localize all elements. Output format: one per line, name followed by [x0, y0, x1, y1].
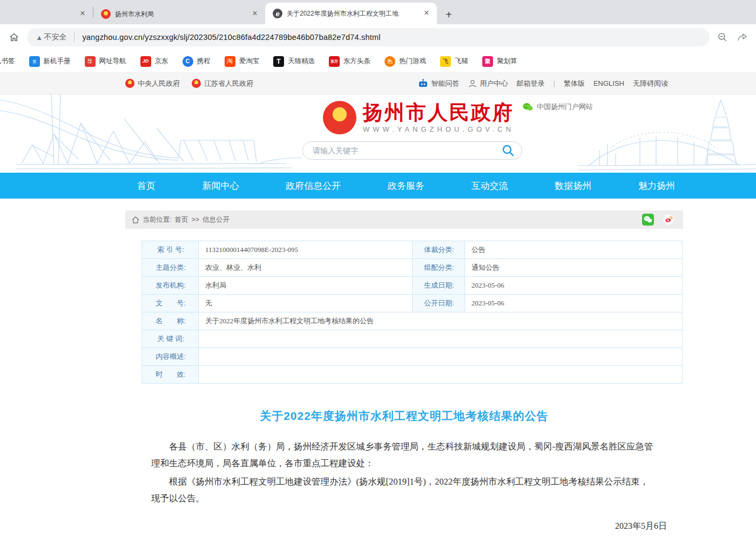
nav-item-services[interactable]: 政务服务	[388, 180, 424, 192]
bridge-artwork-right	[578, 94, 756, 173]
portal-link[interactable]: 中国扬州门户网站	[523, 102, 593, 112]
user-icon	[468, 79, 477, 88]
bookmark-item[interactable]: C 携程	[183, 56, 211, 67]
meta-value: 水利局	[199, 277, 413, 295]
link-english[interactable]: ENGLISH	[593, 79, 624, 87]
nav-item-news[interactable]: 新闻中心	[202, 180, 239, 192]
weibo-share-icon[interactable]	[663, 214, 674, 226]
bookmark-item[interactable]: 热 热门游戏	[384, 56, 426, 67]
gov-link-label: 繁体版	[564, 79, 585, 88]
breadcrumb-current-link[interactable]: 信息公开	[202, 215, 230, 224]
share-icon	[737, 32, 747, 43]
bookmark-label: 网址导航	[99, 57, 126, 66]
robot-icon	[418, 79, 428, 88]
meta-label: 文 号:	[142, 295, 199, 312]
close-icon[interactable]: ×	[250, 9, 260, 19]
bookmark-item[interactable]: 导 网址导航	[85, 56, 126, 67]
gov-link-label: 中央人民政府	[138, 79, 180, 88]
bookmarks-bar: 机书签 ≡ 新机手册 导 网址导航 JD 京东 C 携程 淘 爱淘宝 T 天猫精…	[0, 50, 756, 73]
breadcrumb-separator: >>	[191, 216, 199, 223]
meta-value: 无	[199, 295, 413, 312]
nav-item-home[interactable]: 首页	[137, 180, 156, 192]
bookmark-item[interactable]: T 天猫精选	[273, 56, 315, 67]
search-icon[interactable]	[501, 144, 515, 158]
site-logo[interactable]: ★ 扬州市人民政府 WWW.YANGZHOU.GOV.CN	[323, 101, 514, 134]
bookmark-label: 携程	[197, 57, 211, 66]
main-content: 当前位置: 首页 >> 信息公开 索 引 号: 1132100001440709…	[125, 210, 683, 538]
gov-link-label: 用户中心	[480, 79, 508, 88]
home-button[interactable]	[8, 31, 21, 44]
tab-shuiliju[interactable]: ★ 扬州市水利局 ×	[93, 4, 265, 24]
new-tab-button[interactable]: +	[441, 7, 456, 22]
meta-value	[199, 330, 683, 348]
national-emblem-icon	[125, 79, 134, 88]
meta-value: 通知公告	[465, 259, 683, 277]
bookmark-label: 新机手册	[44, 57, 71, 66]
link-mail-login[interactable]: 邮箱登录	[517, 79, 545, 88]
close-icon[interactable]: ×	[78, 9, 87, 19]
site-name: 扬州市人民政府	[363, 102, 514, 124]
bookmark-label: 飞猪	[455, 57, 468, 66]
close-icon[interactable]: ×	[422, 9, 431, 18]
tab-title: 关于2022年度扬州市水利工程文明工地	[287, 9, 417, 18]
wechat-share-icon[interactable]	[642, 214, 654, 226]
nav-item-interaction[interactable]: 互动交流	[471, 180, 508, 192]
meta-label: 生成日期:	[413, 277, 465, 295]
national-emblem-logo: ★	[323, 101, 356, 134]
bookmark-item[interactable]: 东方 东方头条	[329, 56, 370, 67]
breadcrumb-home-link[interactable]: 首页	[174, 215, 188, 224]
site-url-text: WWW.YANGZHOU.GOV.CN	[363, 125, 514, 133]
link-user-center[interactable]: 用户中心	[468, 79, 508, 88]
tab-partial[interactable]: ×	[0, 4, 93, 24]
breadcrumb: 当前位置: 首页 >> 信息公开	[125, 210, 683, 229]
tab-active-announcement[interactable]: e 关于2022年度扬州市水利工程文明工地 ×	[265, 3, 437, 24]
meta-value: 农业、林业、水利	[199, 259, 413, 277]
zoom-out-button[interactable]	[716, 31, 729, 44]
meta-label: 内容概述:	[142, 348, 199, 366]
search-input[interactable]	[313, 146, 501, 155]
bookmark-label: 爱淘宝	[239, 57, 260, 66]
bookmark-item[interactable]: 淘 爱淘宝	[225, 56, 260, 67]
meta-label: 公开日期:	[413, 295, 465, 312]
bookmark-label: 机书签	[0, 57, 15, 66]
browser-tab-bar: × ★ 扬州市水利局 × e 关于2022年度扬州市水利工程文明工地 × +	[0, 0, 756, 24]
table-row: 名 称: 关于2022年度扬州市水利工程文明工地考核结果的公告	[142, 312, 683, 330]
bookmark-favicon: 东方	[329, 56, 340, 67]
link-jiangsu-gov[interactable]: 江苏省人民政府	[192, 79, 253, 88]
table-row: 发布机构: 水利局 生成日期: 2023-05-06	[142, 277, 683, 295]
omnibox-divider	[74, 32, 75, 42]
portal-label: 中国扬州门户网站	[537, 102, 593, 112]
share-button[interactable]	[735, 31, 748, 44]
meta-value: 关于2022年度扬州市水利工程文明工地考核结果的公告	[199, 312, 683, 330]
link-accessibility[interactable]: 无障碍阅读	[633, 79, 668, 88]
site-header-banner: ★ 扬州市人民政府 WWW.YANGZHOU.GOV.CN 中国扬州门户网站	[0, 94, 756, 173]
bookmark-item[interactable]: 机书签	[0, 57, 15, 66]
gov-link-label: 无障碍阅读	[633, 79, 668, 88]
article-title: 关于2022年度扬州市水利工程文明工地考核结果的公告	[125, 408, 683, 424]
bookmark-item[interactable]: JD 京东	[140, 56, 168, 67]
table-row: 索 引 号: 11321000014407098E-2023-095 体裁分类:…	[142, 241, 683, 259]
security-warning-icon: ▲!	[36, 33, 44, 42]
meta-label: 时 效:	[142, 366, 199, 384]
table-row: 主题分类: 农业、林业、水利 组配分类: 通知公告	[142, 259, 683, 277]
nav-item-info-disclosure[interactable]: 政府信息公开	[286, 180, 341, 192]
security-warning-label: 不安全	[44, 32, 66, 42]
bookmark-label: 聚划算	[497, 57, 517, 66]
article-paragraph: 根据《扬州市水利工程文明工地建设管理办法》(扬水规[2019]1号)，2022年…	[151, 474, 657, 507]
bookmark-item[interactable]: 聚 聚划算	[482, 56, 517, 67]
bookmark-item[interactable]: 飞 飞猪	[440, 56, 468, 67]
nav-item-data[interactable]: 数据扬州	[555, 180, 591, 192]
bookmark-item[interactable]: ≡ 新机手册	[29, 56, 71, 67]
nav-item-charm[interactable]: 魅力扬州	[638, 180, 675, 192]
url-text: yangzhou.gov.cn/yzszxxgk/slj/202305/210c…	[82, 33, 380, 42]
link-central-gov[interactable]: 中央人民政府	[125, 79, 180, 88]
national-emblem-icon	[192, 79, 201, 88]
meta-value	[199, 366, 683, 384]
meta-value	[199, 348, 683, 366]
meta-label: 主题分类:	[142, 259, 199, 277]
link-smart-qa[interactable]: 智能问答	[418, 79, 460, 88]
link-traditional[interactable]: 繁体版	[564, 79, 585, 88]
home-icon	[9, 32, 19, 43]
home-icon	[132, 216, 139, 223]
url-omnibox[interactable]: ▲! 不安全 yangzhou.gov.cn/yzszxxgk/slj/2023…	[27, 28, 710, 46]
